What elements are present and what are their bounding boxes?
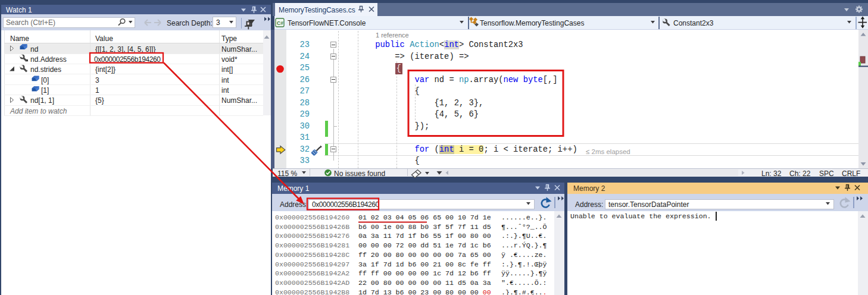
svg-text:C#: C# xyxy=(277,20,283,26)
